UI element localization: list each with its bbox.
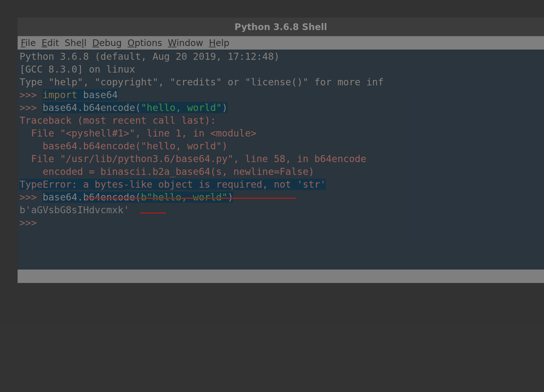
menu-window[interactable]: Window bbox=[168, 38, 203, 48]
annotation-underline bbox=[86, 198, 296, 199]
type-error: TypeError: a bytes-like object is requir… bbox=[20, 179, 326, 190]
bytes-prefix: b bbox=[141, 192, 147, 203]
prompt: >>> bbox=[20, 89, 43, 100]
traceback-line: Traceback (most recent call last): bbox=[20, 115, 216, 126]
import-module: base64 bbox=[77, 89, 118, 100]
keyword-import: import bbox=[43, 89, 77, 100]
annotation-underline bbox=[140, 212, 166, 214]
menu-options[interactable]: Options bbox=[128, 38, 162, 48]
string-literal: "hello, world" bbox=[141, 102, 222, 113]
result-output: b'aGVsbG8sIHdvcmxk' bbox=[20, 204, 129, 216]
prompt: >>> bbox=[20, 217, 43, 228]
menu-shell[interactable]: Shell bbox=[65, 38, 86, 48]
banner-line-2: [GCC 8.3.0] on linux bbox=[20, 64, 135, 75]
menu-debug[interactable]: Debug bbox=[92, 38, 122, 48]
menu-file[interactable]: File bbox=[21, 38, 36, 48]
traceback-line: base64.b64encode("hello, world") bbox=[20, 140, 228, 152]
call-text: ) bbox=[228, 192, 233, 203]
idle-window: Python 3.6.8 Shell File Edit Shell Debug… bbox=[18, 18, 544, 283]
traceback-line: File "/usr/lib/python3.6/base64.py", lin… bbox=[20, 153, 366, 164]
menu-help[interactable]: Help bbox=[209, 38, 229, 48]
call-text: ) bbox=[222, 102, 228, 113]
shell-output[interactable]: Python 3.6.8 (default, Aug 20 2019, 17:1… bbox=[18, 50, 544, 270]
prompt: >>> bbox=[20, 192, 43, 203]
banner-line-3: Type "help", "copyright", "credits" or "… bbox=[20, 76, 384, 88]
menubar: File Edit Shell Debug Options Window Hel… bbox=[18, 36, 544, 50]
window-title: Python 3.6.8 Shell bbox=[235, 22, 327, 32]
banner-line-1: Python 3.6.8 (default, Aug 20 2019, 17:1… bbox=[20, 51, 285, 62]
traceback-line: encoded = binascii.b2a_base64(s, newline… bbox=[20, 166, 314, 177]
menu-edit[interactable]: Edit bbox=[42, 38, 59, 48]
call-text: base64.b64encode( bbox=[43, 192, 141, 203]
prompt: >>> bbox=[20, 102, 43, 113]
traceback-line: File "<pyshell#1>", line 1, in <module> bbox=[20, 128, 257, 139]
string-literal: "hello, world" bbox=[147, 192, 228, 203]
call-text: base64.b64encode( bbox=[43, 102, 141, 113]
statusbar bbox=[18, 270, 544, 283]
titlebar[interactable]: Python 3.6.8 Shell bbox=[18, 18, 544, 36]
